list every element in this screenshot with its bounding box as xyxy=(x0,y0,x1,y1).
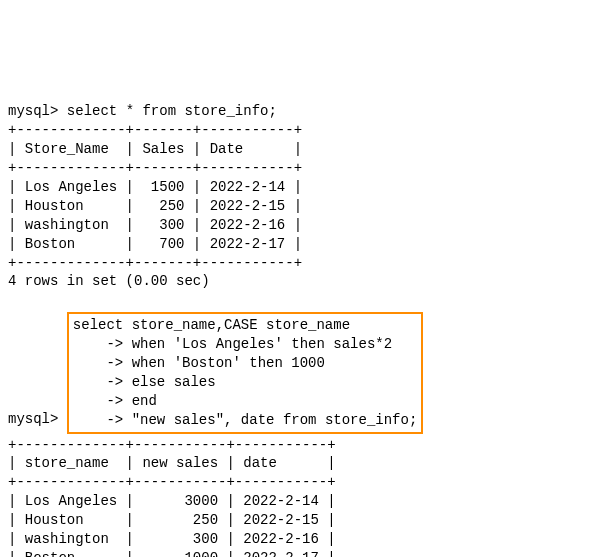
table1-div-mid: +-------------+-------+-----------+ xyxy=(8,160,302,176)
table2-row: | Houston | 250 | 2022-2-15 | xyxy=(8,512,336,528)
table1-row: | Los Angeles | 1500 | 2022-2-14 | xyxy=(8,179,302,195)
table2-row: | Boston | 1000 | 2022-2-17 | xyxy=(8,550,336,557)
rows-in-set-1: 4 rows in set (0.00 sec) xyxy=(8,273,210,289)
query2-line: end xyxy=(132,393,157,409)
continuation: -> xyxy=(106,393,123,409)
prompt: mysql> xyxy=(8,412,58,428)
table1-row: | Boston | 700 | 2022-2-17 | xyxy=(8,236,302,252)
query2-line: select store_name,CASE store_name xyxy=(73,317,350,333)
table2-row: | washington | 300 | 2022-2-16 | xyxy=(8,531,336,547)
query2-line: when 'Boston' then 1000 xyxy=(132,355,325,371)
highlighted-query-box: select store_name,CASE store_name -> whe… xyxy=(67,312,423,433)
prompt: mysql> xyxy=(8,103,58,119)
continuation: -> xyxy=(106,412,123,428)
table2-div-mid: +-------------+-----------+-----------+ xyxy=(8,474,336,490)
table2-row: | Los Angeles | 3000 | 2022-2-14 | xyxy=(8,493,336,509)
table2-div-top: +-------------+-----------+-----------+ xyxy=(8,437,336,453)
continuation: -> xyxy=(106,336,123,352)
table1-div-top: +-------------+-------+-----------+ xyxy=(8,122,302,138)
table1-row: | washington | 300 | 2022-2-16 | xyxy=(8,217,302,233)
query2-line: else sales xyxy=(132,374,216,390)
table1-header: | Store_Name | Sales | Date | xyxy=(8,141,302,157)
query2-line: when 'Los Angeles' then sales*2 xyxy=(132,336,392,352)
continuation: -> xyxy=(106,355,123,371)
table1-div-bot: +-------------+-------+-----------+ xyxy=(8,255,302,271)
table2-header: | store_name | new sales | date | xyxy=(8,455,336,471)
table1-row: | Houston | 250 | 2022-2-15 | xyxy=(8,198,302,214)
query2-line: "new sales", date from store_info; xyxy=(132,412,418,428)
continuation: -> xyxy=(106,374,123,390)
query-1: select * from store_info; xyxy=(67,103,277,119)
